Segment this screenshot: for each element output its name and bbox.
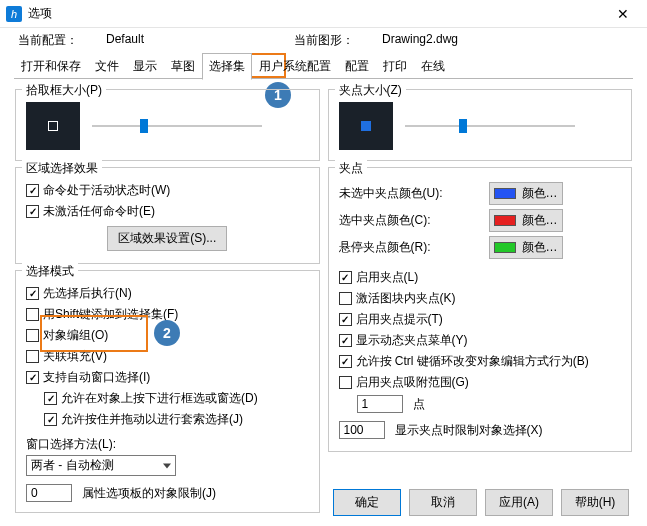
window-method-value: 两者 - 自动检测 [31,458,114,472]
window-method-select[interactable]: 两者 - 自动检测 [26,455,176,476]
cancel-button[interactable]: 取消 [409,489,477,516]
check-allow-window-lasso[interactable] [44,392,57,405]
tab-online[interactable]: 在线 [414,53,452,79]
snap-unit: 点 [413,396,425,413]
color-unsel-label: 未选中夹点颜色(U): [339,185,479,202]
label-cmd-active: 命令处于活动状态时(W) [43,182,170,199]
area-effect-legend: 区域选择效果 [22,160,102,177]
label-post-select: 先选择后执行(N) [43,285,132,302]
right-column: 夹点大小(Z) 夹点 未选中夹点颜色(U): 颜色… 选中夹点颜色(C): [328,89,633,519]
app-icon: h [6,6,22,22]
label-allow-hold-drag: 允许按住并拖动以进行套索选择(J) [61,411,243,428]
close-icon[interactable]: ✕ [603,0,643,28]
current-drawing-value: Drawing2.dwg [382,32,458,49]
tab-open-save[interactable]: 打开和保存 [14,53,88,79]
current-config-label: 当前配置： [18,32,98,49]
color-btn-text-2: 颜色… [522,212,558,229]
group-area-effect: 区域选择效果 命令处于活动状态时(W) 未激活任何命令时(E) 区域效果设置(S… [15,167,320,264]
grip-limit-input[interactable] [339,421,385,439]
color-btn-text-3: 颜色… [522,239,558,256]
label-shift-add: 用Shift键添加到选择集(F) [43,306,178,323]
tab-plot[interactable]: 打印 [376,53,414,79]
config-row: 当前配置： Default 当前图形： Drawing2.dwg [0,28,647,51]
check-cmd-inactive[interactable] [26,205,39,218]
color-hover-button[interactable]: 颜色… [489,236,563,259]
group-grip-size: 夹点大小(Z) [328,89,633,161]
check-post-select[interactable] [26,287,39,300]
color-sel-button[interactable]: 颜色… [489,209,563,232]
check-dyn-menu[interactable] [339,334,352,347]
swatch-sel [494,215,516,226]
left-column: 拾取框大小(P) 区域选择效果 命令处于活动状态时(W) 未激活任何命令时(E) [15,89,320,519]
snap-range-input[interactable] [357,395,403,413]
label-assoc-hatch: 关联填充(V) [43,348,107,365]
footer-buttons: 确定 取消 应用(A) 帮助(H) [333,489,629,516]
check-cmd-active[interactable] [26,184,39,197]
label-enable-tips: 启用夹点提示(T) [356,311,443,328]
prop-limit-input[interactable] [26,484,72,502]
tab-user-prefs[interactable]: 用户系统配置 [252,53,338,79]
label-ctrl-cycle: 允许按 Ctrl 键循环改变对象编辑方式行为(B) [356,353,589,370]
check-obj-group[interactable] [26,329,39,342]
apply-button[interactable]: 应用(A) [485,489,553,516]
label-snap-range: 启用夹点吸附范围(G) [356,374,469,391]
tab-display[interactable]: 显示 [126,53,164,79]
tab-bar: 打开和保存 文件 显示 草图 选择集 用户系统配置 配置 打印 在线 [0,53,647,79]
check-assoc-hatch[interactable] [26,350,39,363]
window-title: 选项 [28,5,52,22]
label-dyn-menu: 显示动态夹点菜单(Y) [356,332,468,349]
title-bar: h 选项 ✕ [0,0,647,28]
grip-slider[interactable] [405,116,575,136]
label-allow-window-lasso: 允许在对象上按下进行框选或窗选(D) [61,390,258,407]
label-cmd-inactive: 未激活任何命令时(E) [43,203,155,220]
label-enable-grips: 启用夹点(L) [356,269,419,286]
tab-selection[interactable]: 选择集 [202,53,252,80]
grip-limit-label: 显示夹点时限制对象选择(X) [395,422,543,439]
prop-limit-label: 属性选项板的对象限制(J) [82,485,216,502]
group-select-mode: 选择模式 先选择后执行(N) 用Shift键添加到选择集(F) 对象编组(O) … [15,270,320,513]
grip-size-legend: 夹点大小(Z) [335,82,406,99]
check-enable-grips[interactable] [339,271,352,284]
current-drawing-label: 当前图形： [294,32,374,49]
color-btn-text-1: 颜色… [522,185,558,202]
ok-button[interactable]: 确定 [333,489,401,516]
current-config-value: Default [106,32,286,49]
area-effect-settings-button[interactable]: 区域效果设置(S)... [107,226,227,251]
pickbox-slider[interactable] [92,116,262,136]
group-grips: 夹点 未选中夹点颜色(U): 颜色… 选中夹点颜色(C): 颜色… 悬停夹点颜色… [328,167,633,452]
check-enable-block-inner[interactable] [339,292,352,305]
check-snap-range[interactable] [339,376,352,389]
check-shift-add[interactable] [26,308,39,321]
pickbox-preview [26,102,80,150]
color-sel-label: 选中夹点颜色(C): [339,212,479,229]
color-unsel-button[interactable]: 颜色… [489,182,563,205]
check-enable-tips[interactable] [339,313,352,326]
tab-profiles[interactable]: 配置 [338,53,376,79]
label-auto-window: 支持自动窗口选择(I) [43,369,150,386]
help-button[interactable]: 帮助(H) [561,489,629,516]
grip-preview [339,102,393,150]
select-mode-legend: 选择模式 [22,263,78,280]
label-obj-group: 对象编组(O) [43,327,108,344]
check-allow-hold-drag[interactable] [44,413,57,426]
window-method-label: 窗口选择方法(L): [26,436,309,453]
group-pickbox-size: 拾取框大小(P) [15,89,320,161]
color-hover-label: 悬停夹点颜色(R): [339,239,479,256]
swatch-unsel [494,188,516,199]
grips-legend: 夹点 [335,160,367,177]
tab-drafting[interactable]: 草图 [164,53,202,79]
check-ctrl-cycle[interactable] [339,355,352,368]
pickbox-size-legend: 拾取框大小(P) [22,82,106,99]
label-enable-block-inner: 激活图块内夹点(K) [356,290,456,307]
tab-files[interactable]: 文件 [88,53,126,79]
check-auto-window[interactable] [26,371,39,384]
swatch-hover [494,242,516,253]
